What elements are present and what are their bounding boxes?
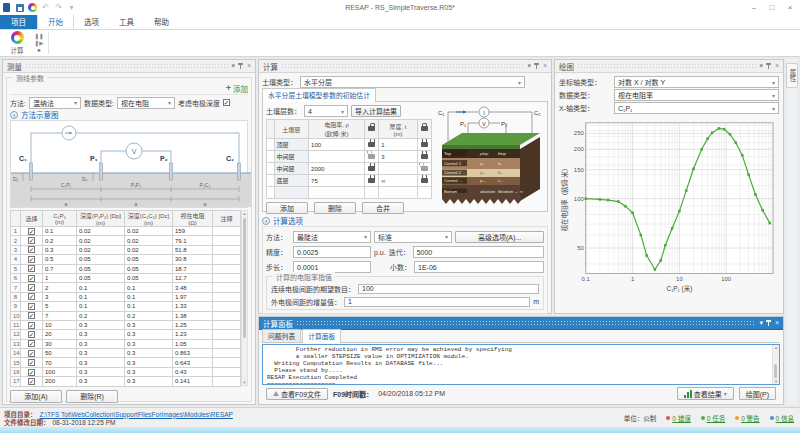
row-checkbox[interactable]: ✓ xyxy=(28,340,35,347)
data-cell[interactable]: 0.7 xyxy=(43,264,77,273)
panel-drag-texture[interactable] xyxy=(25,63,228,70)
data-cell[interactable]: 30 xyxy=(43,339,77,348)
data-cell[interactable]: 0.02 xyxy=(77,245,125,254)
data-cell[interactable] xyxy=(213,349,241,358)
data-cell[interactable]: 0.02 xyxy=(77,227,125,236)
data-cell[interactable]: 0.05 xyxy=(77,273,125,282)
row-selector[interactable] xyxy=(267,151,275,163)
row-select-cell[interactable]: ✓ xyxy=(21,227,43,236)
thickness-lock-cell[interactable] xyxy=(417,163,431,175)
data-cell[interactable]: 12.7 xyxy=(173,273,213,282)
lock-icon[interactable] xyxy=(421,154,428,159)
thickness-cell[interactable]: 3 xyxy=(379,151,418,163)
spacing-count-input[interactable]: 100 xyxy=(358,284,539,294)
column-header[interactable]: 视在电阻(Ω) xyxy=(173,211,213,227)
data-cell[interactable]: 0.3 xyxy=(125,358,173,367)
close-button[interactable]: × xyxy=(782,2,798,14)
table-row[interactable]: 12✓200.30.31.23 xyxy=(11,330,241,339)
data-cell[interactable] xyxy=(213,283,241,292)
data-cell[interactable]: 1.33 xyxy=(173,302,213,311)
thickness-cell[interactable]: ∞ xyxy=(379,175,418,187)
row-select-cell[interactable]: ✓ xyxy=(21,273,43,282)
row-selector[interactable] xyxy=(267,163,275,175)
decimal-input[interactable]: 1E-06 xyxy=(414,261,544,273)
ribbon-tab[interactable]: 选项 xyxy=(74,14,109,29)
row-checkbox[interactable]: ✓ xyxy=(28,359,35,366)
table-row[interactable]: 5✓0.70.050.0518.7 xyxy=(11,264,241,273)
row-checkbox[interactable]: ✓ xyxy=(28,369,35,376)
thickness-lock-cell[interactable] xyxy=(417,151,431,163)
column-header[interactable]: 深度(C₁C₂) [Dc](m) xyxy=(125,211,173,227)
data-cell[interactable]: 10 xyxy=(43,320,77,329)
data-cell[interactable]: 2 xyxy=(43,283,77,292)
data-cell[interactable]: 0.3 xyxy=(77,358,125,367)
soil-merge-button[interactable]: 合并 xyxy=(362,202,404,214)
table-row[interactable]: 11✓100.30.31.25 xyxy=(11,320,241,329)
panel-menu-icon[interactable]: ▾ xyxy=(527,61,531,71)
row-select-cell[interactable]: ✓ xyxy=(21,349,43,358)
data-cell[interactable]: 0.3 xyxy=(125,330,173,339)
method-dropdown[interactable]: 温纳法▾ xyxy=(29,97,81,109)
lock-icon[interactable] xyxy=(368,142,375,147)
data-cell[interactable] xyxy=(213,273,241,282)
data-cell[interactable] xyxy=(213,377,241,386)
soil-layer-row[interactable]: 中间层3 xyxy=(267,151,432,163)
table-row[interactable]: 15✓700.30.30.643 xyxy=(11,358,241,367)
lock-icon[interactable] xyxy=(421,178,428,183)
row-select-cell[interactable]: ✓ xyxy=(21,255,43,264)
advanced-options-button[interactable]: 高级选项(A)... xyxy=(455,231,544,243)
accuracy-input[interactable]: 0.0025 xyxy=(293,246,371,258)
file-tab[interactable]: 项目 xyxy=(0,14,37,29)
column-header[interactable]: 厚度, t(m) xyxy=(379,120,418,139)
row-checkbox[interactable]: ✓ xyxy=(28,331,35,338)
data-cell[interactable]: 0.05 xyxy=(125,273,173,282)
data-cell[interactable]: 0.05 xyxy=(77,255,125,264)
data-cell[interactable]: 0.863 xyxy=(173,349,213,358)
data-cell[interactable]: 0.05 xyxy=(125,255,173,264)
data-cell[interactable]: 3 xyxy=(43,292,77,301)
data-cell[interactable]: 20 xyxy=(43,330,77,339)
console-tab[interactable]: 计算面板 xyxy=(302,329,341,343)
table-row[interactable]: 10✓70.20.21.38 xyxy=(11,311,241,320)
panel-close-icon[interactable]: × xyxy=(247,61,251,71)
row-checkbox[interactable]: ✓ xyxy=(28,293,35,300)
column-header[interactable]: 注释 xyxy=(213,211,241,227)
status-counter[interactable]: 0 任务 xyxy=(701,413,725,423)
scroll-down-icon[interactable]: ▼ xyxy=(242,380,247,385)
iterations-input[interactable]: 5000 xyxy=(413,246,544,258)
resistivity-lock-cell[interactable] xyxy=(365,151,379,163)
resistivity-cell[interactable]: 2000 xyxy=(309,163,365,175)
redo-icon[interactable]: ↷ xyxy=(54,3,63,12)
data-cell[interactable]: 0.3 xyxy=(125,377,173,386)
log-scrollbar[interactable]: ▲ ▼ xyxy=(772,345,779,384)
panel-drag-texture[interactable] xyxy=(281,63,524,70)
data-cell[interactable]: 0.2 xyxy=(43,236,77,245)
resistivity-lock-cell[interactable] xyxy=(365,139,379,151)
resistivity-cell[interactable] xyxy=(309,187,365,199)
row-select-cell[interactable]: ✓ xyxy=(21,320,43,329)
thickness-lock-cell[interactable] xyxy=(417,175,431,187)
data-cell[interactable]: 0.3 xyxy=(125,320,173,329)
data-cell[interactable] xyxy=(213,264,241,273)
data-cell[interactable]: 0.1 xyxy=(43,227,77,236)
increment-input[interactable]: 1 xyxy=(344,297,530,307)
save-icon[interactable] xyxy=(15,3,24,12)
delete-row-button[interactable]: 删除(R) xyxy=(66,390,118,403)
panel-menu-icon[interactable]: ▾ xyxy=(231,61,235,71)
data-cell[interactable]: 79.1 xyxy=(173,236,213,245)
lock-icon[interactable] xyxy=(421,142,428,147)
row-selector[interactable] xyxy=(267,139,275,151)
row-select-cell[interactable]: ✓ xyxy=(21,264,43,273)
collapse-icon[interactable]: ∧ xyxy=(10,111,18,119)
data-cell[interactable]: 200 xyxy=(43,377,77,386)
panel-drag-texture[interactable] xyxy=(296,320,756,327)
data-cell[interactable] xyxy=(213,227,241,236)
view-f09-button[interactable]: 查看F09文件 xyxy=(266,388,328,400)
status-counter[interactable]: 0 警告 xyxy=(735,413,759,423)
data-cell[interactable] xyxy=(213,245,241,254)
data-cell[interactable]: 0.3 xyxy=(77,320,125,329)
electrode-depth-checkbox[interactable]: ✓ xyxy=(223,99,230,106)
table-row[interactable]: 8✓30.10.11.97 xyxy=(11,292,241,301)
new-document-icon[interactable] xyxy=(2,3,11,12)
data-cell[interactable]: 0.2 xyxy=(125,311,173,320)
